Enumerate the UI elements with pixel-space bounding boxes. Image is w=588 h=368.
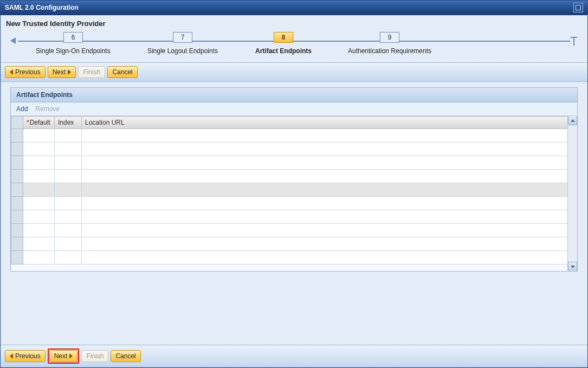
button-label: Finish (86, 352, 104, 360)
wizard-step-number: 8 (274, 32, 293, 43)
scroll-up-button[interactable] (568, 116, 577, 125)
wizard-step-label: Single Logout Endpoints (128, 47, 237, 55)
button-label: Cancel (112, 68, 132, 76)
button-label: Cancel (115, 352, 135, 360)
button-label: Next (53, 68, 66, 76)
previous-button[interactable]: Previous (5, 350, 46, 362)
roadmap-prev-arrow-icon[interactable] (10, 37, 16, 44)
column-default[interactable]: Default (23, 117, 55, 129)
column-selector[interactable] (11, 117, 23, 129)
window-title: SAML 2.0 Configuration (5, 4, 571, 11)
cancel-button[interactable]: Cancel (107, 66, 137, 78)
table-row[interactable] (11, 129, 577, 143)
table-row[interactable] (11, 251, 577, 264)
artifact-endpoints-panel: Artifact Endpoints Add Remove Default (10, 87, 578, 272)
triangle-right-icon (68, 69, 71, 75)
table-row[interactable] (11, 210, 577, 224)
next-button[interactable]: Next (49, 350, 78, 362)
table-row[interactable] (11, 170, 577, 183)
table-row[interactable] (11, 183, 577, 197)
endpoints-table: Default Index Location URL (11, 116, 577, 264)
wizard-toolbar-bottom: Previous Next Finish Cancel (1, 345, 587, 367)
wizard-step-label: Authentication Requirements (335, 47, 444, 55)
next-button[interactable]: Next (48, 66, 76, 78)
roadmap-end-icon (573, 37, 574, 46)
chevron-down-icon (571, 266, 575, 268)
chevron-up-icon (571, 119, 575, 122)
cancel-button[interactable]: Cancel (111, 350, 140, 362)
wizard-step-label: Single Sign-On Endpoints (19, 47, 127, 55)
window-frame: SAML 2.0 Configuration New Trusted Ident… (0, 0, 588, 368)
previous-button[interactable]: Previous (5, 66, 46, 78)
finish-button: Finish (78, 66, 105, 78)
remove-link: Remove (35, 105, 60, 113)
scroll-down-button[interactable] (568, 262, 577, 271)
triangle-left-icon (10, 353, 13, 359)
triangle-left-icon (10, 69, 13, 75)
window-icon[interactable] (573, 3, 583, 12)
table-row[interactable] (11, 156, 577, 170)
wizard-step-6[interactable]: 6 Single Sign-On Endpoints (19, 32, 127, 55)
wizard-roadmap: 6 Single Sign-On Endpoints 7 Single Logo… (6, 32, 582, 62)
column-location-url[interactable]: Location URL (82, 117, 568, 129)
panel-title: Artifact Endpoints (11, 88, 577, 102)
table-body (11, 129, 577, 264)
titlebar: SAML 2.0 Configuration (1, 1, 587, 15)
add-link[interactable]: Add (16, 105, 28, 113)
wizard-step-7[interactable]: 7 Single Logout Endpoints (128, 32, 237, 55)
button-label: Previous (15, 352, 41, 360)
panel-toolbar: Add Remove (11, 102, 577, 116)
table-scroll-area: Default Index Location URL (11, 116, 577, 271)
wizard-step-9[interactable]: 9 Authentication Requirements (335, 32, 444, 55)
wizard-step-number: 7 (173, 32, 192, 43)
wizard-step-number: 9 (380, 32, 399, 43)
button-label: Finish (83, 68, 100, 76)
button-label: Next (54, 352, 68, 360)
triangle-right-icon (69, 353, 73, 359)
page-subtitle: New Trusted Identity Provider (1, 15, 587, 30)
wizard-step-number: 6 (63, 32, 83, 43)
vertical-scrollbar[interactable] (567, 116, 577, 271)
column-index[interactable]: Index (55, 117, 82, 129)
button-label: Previous (15, 68, 41, 76)
wizard-toolbar-top: Previous Next Finish Cancel (1, 62, 587, 82)
table-row[interactable] (11, 197, 577, 210)
table-row[interactable] (11, 224, 577, 237)
next-button-highlight: Next (48, 348, 80, 364)
table-row[interactable] (11, 237, 577, 251)
wizard-step-label: Artifact Endpoints (229, 47, 338, 55)
wizard-step-8[interactable]: 8 Artifact Endpoints (229, 32, 338, 55)
table-row[interactable] (11, 143, 577, 156)
finish-button: Finish (81, 350, 108, 362)
